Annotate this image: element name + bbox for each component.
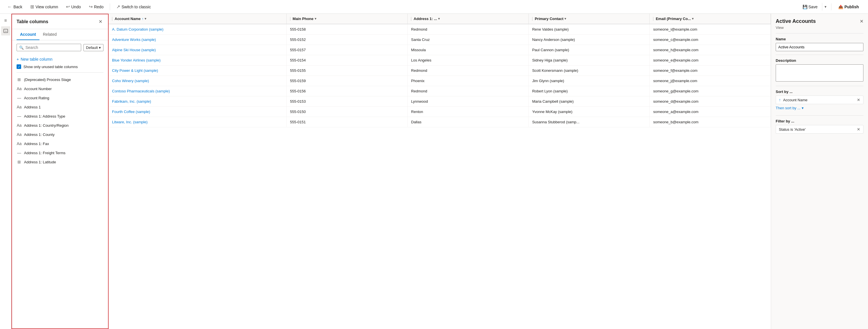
grid-column-header[interactable]: Primary Contact▾ [529, 14, 650, 24]
table-columns-panel: Table columns ✕ Account Related 🔍 Defaul… [11, 14, 108, 329]
grid-column-header[interactable]: Address 1: ...▾ [408, 14, 529, 24]
grid-cell: someone_f@example.com [650, 65, 771, 76]
properties-panel: Active Accounts ✕ View Name Description … [771, 14, 868, 329]
table-row: Adventure Works (sample)555-0152Santa Cr… [108, 35, 771, 45]
filter-value-label: Status is 'Active' [779, 127, 855, 132]
list-item[interactable]: Aa Address 1: Country/Region [12, 121, 108, 130]
col-separator [411, 17, 411, 21]
list-item[interactable]: Aa Address 1: Fax [12, 139, 108, 148]
list-item[interactable]: — Address 1: Address Type [12, 112, 108, 121]
list-item[interactable]: Aa Address 1: County [12, 130, 108, 139]
props-description-input[interactable] [776, 64, 863, 82]
undo-label: Undo [71, 5, 81, 9]
save-dropdown-button[interactable]: ▾ [822, 3, 829, 10]
search-input[interactable] [25, 45, 79, 50]
rail-hamburger-icon[interactable]: ≡ [1, 16, 10, 25]
panel-tabs: Account Related [12, 29, 108, 40]
new-column-button[interactable]: + New table column [17, 56, 103, 63]
grid-cell: someone_i@example.com [650, 24, 771, 34]
account-name-cell[interactable]: A. Datum Corporation (sample) [108, 24, 287, 34]
col-header-label: Primary Contact [535, 17, 563, 21]
list-item[interactable]: Aa Account Number [12, 84, 108, 93]
grid-cell: 555-0153 [287, 97, 408, 106]
show-unused-checkbox[interactable] [17, 64, 21, 69]
col-filter-icon[interactable]: ▾ [692, 17, 694, 21]
account-name-cell[interactable]: Fourth Coffee (sample) [108, 107, 287, 117]
account-name-cell[interactable]: Litware, Inc. (sample) [108, 117, 287, 127]
grid-cell: Phoenix [408, 76, 529, 86]
col-filter-icon[interactable]: ▾ [564, 17, 566, 21]
filter-remove-button[interactable]: ✕ [857, 127, 860, 132]
list-item[interactable]: ⊞ Address 1: Latitude [12, 157, 108, 166]
account-name-cell[interactable]: Contoso Pharmaceuticals (sample) [108, 86, 287, 96]
grid-cell: Redmond [408, 86, 529, 96]
props-description-section: Description [771, 55, 868, 86]
new-column-label: New table column [21, 57, 52, 61]
view-column-button[interactable]: ⊞ View column [27, 2, 61, 11]
switch-to-classic-button[interactable]: ↗ Switch to classic [114, 2, 154, 11]
grid-cell: Jim Glynn (sample) [529, 76, 650, 86]
panel-close-button[interactable]: ✕ [97, 18, 103, 25]
list-item[interactable]: ⊞ (Deprecated) Process Stage [12, 75, 108, 84]
tab-account[interactable]: Account [17, 29, 39, 40]
view-column-icon: ⊞ [30, 4, 34, 9]
col-type-icon: Aa [17, 105, 22, 109]
grid-cell: 555-0154 [287, 55, 408, 65]
default-dropdown[interactable]: Default ▾ [84, 44, 103, 51]
save-button[interactable]: 💾 Save [799, 3, 821, 11]
table-row: Litware, Inc. (sample)555-0151DallasSusa… [108, 117, 771, 127]
list-item[interactable]: — Account Rating [12, 93, 108, 103]
account-name-cell[interactable]: Fabrikam, Inc. (sample) [108, 97, 287, 106]
search-input-wrapper: 🔍 [17, 44, 81, 51]
list-item[interactable]: Aa Address 1 [12, 103, 108, 112]
then-sort-button[interactable]: Then sort by ... ▾ [776, 104, 804, 112]
publish-button[interactable]: 📤 Publish [834, 3, 863, 11]
props-filter-section: Filter by ... Status is 'Active' ✕ [771, 116, 868, 137]
tab-related[interactable]: Related [39, 29, 60, 40]
plus-icon: + [17, 57, 19, 61]
col-filter-icon[interactable]: ▾ [438, 17, 440, 21]
switch-icon: ↗ [116, 4, 120, 9]
redo-button[interactable]: ↪ Redo [86, 2, 106, 11]
col-name: Address 1 [24, 105, 41, 109]
table-row: Blue Yonder Airlines (sample)555-0154Los… [108, 55, 771, 65]
sort-remove-button[interactable]: ✕ [857, 98, 860, 102]
sort-item: ↑ Account Name ✕ [776, 95, 863, 104]
col-sort-icon[interactable]: ↑ [142, 17, 144, 21]
col-filter-icon[interactable]: ▾ [145, 17, 146, 21]
show-unused-label: Show only unused table columns [24, 65, 78, 69]
save-label: Save [809, 5, 818, 9]
account-name-cell[interactable]: City Power & Light (sample) [108, 65, 287, 76]
list-item[interactable]: — Address 1: Freight Terms [12, 148, 108, 157]
col-name: Address 1: Fax [24, 142, 49, 146]
col-name: Address 1: Freight Terms [24, 151, 65, 155]
props-sort-label: Sort by ... [776, 89, 863, 94]
props-name-input[interactable] [776, 43, 863, 51]
grid-column-header[interactable]: Account Name↑▾ [108, 14, 287, 24]
grid-cell: Los Angeles [408, 55, 529, 65]
grid-cell: someone_e@example.com [650, 55, 771, 65]
grid-cell: Dallas [408, 117, 529, 127]
toolbar-separator [110, 3, 110, 10]
undo-button[interactable]: ↩ Undo [63, 2, 84, 11]
rail-image-icon[interactable]: Aa [1, 26, 10, 35]
col-separator [532, 17, 532, 21]
account-name-cell[interactable]: Adventure Works (sample) [108, 35, 287, 45]
panel-actions: + New table column Show only unused tabl… [12, 55, 108, 71]
col-type-icon: ⊞ [17, 160, 22, 164]
then-sort-label: Then sort by ... [776, 106, 801, 110]
account-name-cell[interactable]: Blue Yonder Airlines (sample) [108, 55, 287, 65]
col-filter-icon[interactable]: ▾ [315, 17, 316, 21]
grid-cell: 555-0157 [287, 45, 408, 55]
account-name-cell[interactable]: Coho Winery (sample) [108, 76, 287, 86]
back-button[interactable]: ← Back [5, 3, 25, 11]
col-name: Address 1: County [24, 133, 55, 137]
props-close-button[interactable]: ✕ [860, 19, 863, 24]
account-name-cell[interactable]: Alpine Ski House (sample) [108, 45, 287, 55]
sort-asc-icon: ↑ [779, 98, 781, 102]
save-icon: 💾 [803, 5, 807, 9]
grid-cell: 555-0159 [287, 76, 408, 86]
grid-column-header[interactable]: Email (Primary Co...▾ [650, 14, 771, 24]
grid-column-header[interactable]: Main Phone▾ [287, 14, 408, 24]
grid-cell: Redmond [408, 24, 529, 34]
